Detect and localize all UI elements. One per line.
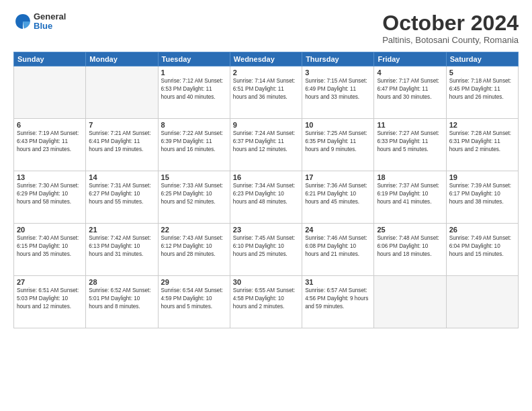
day-info: Sunrise: 7:49 AM Sunset: 6:04 PM Dayligh… — [449, 234, 515, 259]
calendar-cell: 20Sunrise: 7:40 AM Sunset: 6:15 PM Dayli… — [14, 224, 86, 276]
header-friday: Friday — [374, 52, 446, 66]
day-number: 17 — [305, 173, 371, 181]
calendar-cell: 16Sunrise: 7:34 AM Sunset: 6:23 PM Dayli… — [230, 171, 302, 224]
header-sunday: Sunday — [14, 52, 86, 66]
day-info: Sunrise: 7:24 AM Sunset: 6:37 PM Dayligh… — [233, 130, 299, 154]
calendar-cell — [14, 66, 86, 119]
day-number: 13 — [17, 173, 83, 181]
calendar-cell: 8Sunrise: 7:22 AM Sunset: 6:39 PM Daylig… — [158, 119, 230, 171]
day-info: Sunrise: 7:31 AM Sunset: 6:27 PM Dayligh… — [89, 182, 154, 206]
day-info: Sunrise: 7:25 AM Sunset: 6:35 PM Dayligh… — [305, 130, 371, 154]
header-monday: Monday — [86, 52, 158, 66]
day-info: Sunrise: 6:52 AM Sunset: 5:01 PM Dayligh… — [89, 287, 154, 311]
day-number: 7 — [89, 121, 154, 129]
calendar-cell: 3Sunrise: 7:15 AM Sunset: 6:49 PM Daylig… — [302, 66, 374, 119]
calendar-cell: 15Sunrise: 7:33 AM Sunset: 6:25 PM Dayli… — [158, 171, 230, 224]
day-number: 29 — [161, 278, 227, 286]
logo-general-text: General — [34, 12, 66, 21]
calendar-cell: 19Sunrise: 7:39 AM Sunset: 6:17 PM Dayli… — [446, 171, 518, 224]
calendar-cell: 17Sunrise: 7:36 AM Sunset: 6:21 PM Dayli… — [302, 171, 374, 224]
month-title: October 2024 — [382, 12, 519, 34]
page: General Blue October 2024 Paltinis, Boto… — [0, 0, 532, 411]
week-row-1: 6Sunrise: 7:19 AM Sunset: 6:43 PM Daylig… — [14, 119, 519, 171]
day-info: Sunrise: 6:57 AM Sunset: 4:56 PM Dayligh… — [305, 287, 371, 311]
header-thursday: Thursday — [302, 52, 374, 66]
calendar-cell — [446, 276, 518, 328]
day-info: Sunrise: 7:19 AM Sunset: 6:43 PM Dayligh… — [17, 130, 83, 154]
day-info: Sunrise: 6:54 AM Sunset: 4:59 PM Dayligh… — [161, 287, 227, 311]
day-info: Sunrise: 7:46 AM Sunset: 6:08 PM Dayligh… — [305, 234, 371, 259]
day-info: Sunrise: 7:33 AM Sunset: 6:25 PM Dayligh… — [161, 182, 227, 206]
location-subtitle: Paltinis, Botosani County, Romania — [382, 35, 519, 45]
day-number: 24 — [305, 226, 371, 234]
day-info: Sunrise: 6:51 AM Sunset: 5:03 PM Dayligh… — [17, 287, 83, 311]
day-info: Sunrise: 7:15 AM Sunset: 6:49 PM Dayligh… — [305, 77, 371, 101]
day-info: Sunrise: 7:45 AM Sunset: 6:10 PM Dayligh… — [233, 234, 299, 259]
header-wednesday: Wednesday — [230, 52, 302, 66]
day-number: 3 — [305, 68, 371, 77]
day-number: 16 — [233, 173, 299, 181]
day-info: Sunrise: 7:43 AM Sunset: 6:12 PM Dayligh… — [161, 234, 227, 259]
calendar-cell: 14Sunrise: 7:31 AM Sunset: 6:27 PM Dayli… — [86, 171, 158, 224]
calendar-cell: 10Sunrise: 7:25 AM Sunset: 6:35 PM Dayli… — [302, 119, 374, 171]
day-number: 21 — [89, 226, 154, 234]
day-info: Sunrise: 7:22 AM Sunset: 6:39 PM Dayligh… — [161, 130, 227, 154]
calendar-cell: 18Sunrise: 7:37 AM Sunset: 6:19 PM Dayli… — [374, 171, 446, 224]
header: General Blue October 2024 Paltinis, Boto… — [13, 12, 519, 45]
header-tuesday: Tuesday — [158, 52, 230, 66]
day-number: 8 — [161, 121, 227, 129]
calendar-cell: 6Sunrise: 7:19 AM Sunset: 6:43 PM Daylig… — [14, 119, 86, 171]
day-number: 26 — [449, 226, 515, 234]
calendar-cell: 25Sunrise: 7:48 AM Sunset: 6:06 PM Dayli… — [374, 224, 446, 276]
calendar: Sunday Monday Tuesday Wednesday Thursday… — [13, 52, 519, 328]
week-row-3: 20Sunrise: 7:40 AM Sunset: 6:15 PM Dayli… — [14, 224, 519, 276]
calendar-cell: 9Sunrise: 7:24 AM Sunset: 6:37 PM Daylig… — [230, 119, 302, 171]
calendar-cell: 31Sunrise: 6:57 AM Sunset: 4:56 PM Dayli… — [302, 276, 374, 328]
calendar-cell — [86, 66, 158, 119]
day-number: 23 — [233, 226, 299, 234]
day-info: Sunrise: 7:40 AM Sunset: 6:15 PM Dayligh… — [17, 234, 83, 259]
calendar-cell: 30Sunrise: 6:55 AM Sunset: 4:58 PM Dayli… — [230, 276, 302, 328]
calendar-cell: 11Sunrise: 7:27 AM Sunset: 6:33 PM Dayli… — [374, 119, 446, 171]
day-number: 28 — [89, 278, 154, 286]
calendar-cell: 7Sunrise: 7:21 AM Sunset: 6:41 PM Daylig… — [86, 119, 158, 171]
logo: General Blue — [13, 12, 66, 32]
day-number: 9 — [233, 121, 299, 129]
day-info: Sunrise: 7:12 AM Sunset: 6:53 PM Dayligh… — [161, 77, 227, 101]
calendar-cell: 2Sunrise: 7:14 AM Sunset: 6:51 PM Daylig… — [230, 66, 302, 119]
calendar-cell: 22Sunrise: 7:43 AM Sunset: 6:12 PM Dayli… — [158, 224, 230, 276]
day-info: Sunrise: 7:18 AM Sunset: 6:45 PM Dayligh… — [449, 77, 515, 101]
calendar-cell: 12Sunrise: 7:28 AM Sunset: 6:31 PM Dayli… — [446, 119, 518, 171]
day-info: Sunrise: 7:28 AM Sunset: 6:31 PM Dayligh… — [449, 130, 515, 154]
day-number: 31 — [305, 278, 371, 286]
day-number: 18 — [377, 173, 443, 181]
day-info: Sunrise: 7:36 AM Sunset: 6:21 PM Dayligh… — [305, 182, 371, 206]
day-number: 11 — [377, 121, 443, 129]
day-number: 30 — [233, 278, 299, 286]
calendar-cell: 29Sunrise: 6:54 AM Sunset: 4:59 PM Dayli… — [158, 276, 230, 328]
day-number: 6 — [17, 121, 83, 129]
day-info: Sunrise: 7:39 AM Sunset: 6:17 PM Dayligh… — [449, 182, 515, 206]
day-number: 2 — [233, 68, 299, 77]
day-number: 12 — [449, 121, 515, 129]
day-info: Sunrise: 7:42 AM Sunset: 6:13 PM Dayligh… — [89, 234, 154, 259]
logo-blue-text: Blue — [34, 21, 66, 31]
day-info: Sunrise: 7:14 AM Sunset: 6:51 PM Dayligh… — [233, 77, 299, 101]
day-number: 10 — [305, 121, 371, 129]
day-info: Sunrise: 7:34 AM Sunset: 6:23 PM Dayligh… — [233, 182, 299, 206]
header-saturday: Saturday — [446, 52, 518, 66]
calendar-cell: 28Sunrise: 6:52 AM Sunset: 5:01 PM Dayli… — [86, 276, 158, 328]
day-number: 25 — [377, 226, 443, 234]
day-number: 15 — [161, 173, 227, 181]
day-number: 20 — [17, 226, 83, 234]
weekday-header-row: Sunday Monday Tuesday Wednesday Thursday… — [14, 52, 519, 66]
week-row-0: 1Sunrise: 7:12 AM Sunset: 6:53 PM Daylig… — [14, 66, 519, 119]
day-number: 4 — [377, 68, 443, 77]
calendar-cell: 27Sunrise: 6:51 AM Sunset: 5:03 PM Dayli… — [14, 276, 86, 328]
day-number: 19 — [449, 173, 515, 181]
day-info: Sunrise: 7:30 AM Sunset: 6:29 PM Dayligh… — [17, 182, 83, 206]
day-info: Sunrise: 7:21 AM Sunset: 6:41 PM Dayligh… — [89, 130, 154, 154]
day-number: 22 — [161, 226, 227, 234]
calendar-cell: 26Sunrise: 7:49 AM Sunset: 6:04 PM Dayli… — [446, 224, 518, 276]
day-info: Sunrise: 7:17 AM Sunset: 6:47 PM Dayligh… — [377, 77, 443, 101]
